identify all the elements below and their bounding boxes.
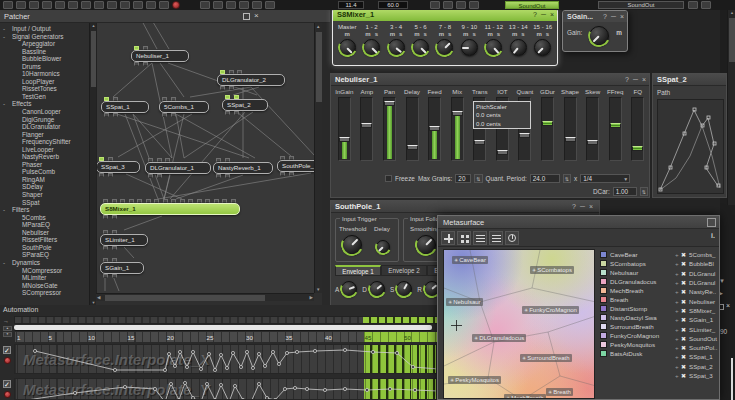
tree-category[interactable]: -Filters: [0, 206, 89, 214]
mute-button[interactable]: m: [488, 31, 493, 37]
gain-knob[interactable]: [589, 26, 609, 46]
tree-item[interactable]: FrequencyShifter: [0, 138, 89, 146]
toolbar-icon[interactable]: [3, 1, 13, 9]
snapshot-row[interactable]: +✖SSpat_2: [675, 362, 719, 371]
outlet-port[interactable]: [103, 215, 108, 219]
minimize-icon[interactable]: ─: [633, 76, 638, 83]
close-icon[interactable]: ×: [620, 13, 624, 20]
tree-scrollbar[interactable]: ▲ ▼: [89, 23, 96, 305]
toolbar-icon[interactable]: [226, 1, 236, 9]
patch-node[interactable]: SGain_1: [100, 262, 144, 274]
inlet-port[interactable]: [112, 258, 117, 262]
inlet-port[interactable]: [108, 157, 113, 161]
minimize-icon[interactable]: ─: [580, 203, 585, 210]
patch-node[interactable]: Nebuliser_1: [131, 50, 189, 62]
collapse-icon[interactable]: -: [3, 100, 5, 108]
scroll-up-icon[interactable]: ▲: [728, 10, 735, 15]
solo-button[interactable]: s: [472, 31, 475, 37]
inlet-port[interactable]: [103, 230, 108, 234]
outlet-port[interactable]: [103, 274, 108, 278]
inlet-port[interactable]: [214, 199, 219, 203]
scroll-up-icon[interactable]: ▲: [316, 24, 320, 29]
tree-item[interactable]: Shaper: [0, 191, 89, 199]
tree-item[interactable]: Nebuliser: [0, 229, 89, 237]
outlet-port[interactable]: [216, 174, 221, 178]
tree-item[interactable]: 5Combs: [0, 214, 89, 222]
nebuliser-panel-header[interactable]: Nebuliser_1 ?─×: [331, 74, 649, 86]
channel-gain-knob[interactable]: [485, 39, 502, 56]
outlet-port[interactable]: [112, 246, 117, 250]
toolbar-icon[interactable]: [133, 1, 143, 9]
legend-row[interactable]: CaveBear: [600, 250, 671, 259]
legend-row[interactable]: FunkyCroMagnon: [600, 331, 671, 340]
slider-handle[interactable]: [407, 145, 418, 150]
tree-item[interactable]: Bassline: [0, 48, 89, 56]
channel-gain-knob[interactable]: [534, 39, 551, 56]
toolbar-icon[interactable]: [68, 1, 78, 9]
snapshot-row[interactable]: +✖SLimiter_: [675, 324, 719, 333]
preset-map-label[interactable]: ✳Breath: [546, 388, 573, 396]
inlet-port[interactable]: [104, 97, 109, 101]
dcar-spinner[interactable]: ⇅: [640, 187, 648, 196]
quant-unit-dropdown[interactable]: 1/4▼: [580, 174, 630, 183]
patch-node[interactable]: SouthPole_1: [277, 160, 314, 172]
tree-item[interactable]: NastyReverb: [0, 153, 89, 161]
threshold-knob[interactable]: [342, 235, 362, 255]
delete-icon[interactable]: ✖: [681, 288, 689, 295]
lane-enable-checkbox[interactable]: ✓: [3, 380, 11, 388]
patch-node[interactable]: S8Mixer_1: [100, 203, 240, 215]
smoothing-knob[interactable]: [416, 235, 436, 255]
max-grains-spinner[interactable]: ⇅: [474, 174, 482, 183]
inlet-port[interactable]: [197, 199, 202, 203]
bar-strip[interactable]: [14, 316, 437, 324]
outlet-port[interactable]: [157, 174, 162, 178]
window-controls[interactable]: ?─×: [621, 74, 646, 86]
preset-map-label[interactable]: ✳CaveBear: [452, 256, 488, 264]
toolbar-icon[interactable]: [159, 1, 169, 9]
help-icon[interactable]: ?: [603, 13, 607, 20]
toolbar-icon[interactable]: [456, 1, 466, 9]
toolbar-icon[interactable]: [239, 1, 249, 9]
param-slider[interactable]: [609, 97, 622, 161]
tree-category[interactable]: -Input / Output: [0, 25, 89, 33]
collapse-icon[interactable]: -: [3, 206, 5, 214]
lane-enable-checkbox[interactable]: ✓: [3, 346, 11, 354]
metasurface-plus-icon[interactable]: [441, 231, 455, 245]
mixer-titlebar[interactable]: S8Mixer_1 ?─×: [333, 9, 557, 21]
inlet-port[interactable]: [113, 97, 118, 101]
tree-item[interactable]: 10Harmonics: [0, 70, 89, 78]
sspat2-panel-header[interactable]: SSpat_2: [653, 74, 726, 86]
param-slider[interactable]: [428, 97, 441, 161]
dock-scrollbar[interactable]: ▲: [727, 10, 735, 205]
toolbar-icon[interactable]: [16, 1, 26, 9]
mute-button[interactable]: m: [345, 31, 350, 37]
tab-envelope-1[interactable]: Envelope 1: [335, 265, 381, 276]
delete-icon[interactable]: ✖: [681, 251, 689, 258]
minimize-icon[interactable]: ─: [611, 13, 616, 20]
solo-button[interactable]: s: [448, 31, 451, 37]
outlet-port[interactable]: [280, 172, 285, 176]
snapshot-row[interactable]: +✖Nebuliser: [675, 296, 719, 305]
mute-button[interactable]: m: [536, 31, 541, 37]
collapse-icon[interactable]: -: [3, 259, 5, 267]
toolbar-icon[interactable]: [120, 1, 130, 9]
delete-icon[interactable]: ✖: [681, 335, 689, 342]
tab-envelope-2[interactable]: Envelope 2: [381, 265, 427, 276]
toolbar-icon[interactable]: [146, 1, 156, 9]
legend-row[interactable]: MechBreath: [600, 286, 671, 295]
legend-row[interactable]: Nebulsaur: [600, 268, 671, 277]
param-slider[interactable]: [451, 97, 464, 161]
mixer-window[interactable]: S8Mixer_1 ?─× Masterm1 - 2ms3 - 4ms5 - 6…: [332, 8, 558, 66]
toolbar-icon[interactable]: [469, 1, 479, 9]
outlet-port[interactable]: [112, 274, 117, 278]
snapshot-row[interactable]: +✖5Combs_: [675, 250, 719, 259]
snapshot-row[interactable]: +✖DLGranul: [675, 269, 719, 278]
delete-icon[interactable]: ✖: [681, 279, 689, 286]
timeline-scrollbar[interactable]: [14, 325, 432, 330]
tree-item[interactable]: CanonLooper: [0, 108, 89, 116]
inlet-port[interactable]: [171, 97, 176, 101]
slider-handle[interactable]: [361, 123, 372, 128]
mute-button[interactable]: m: [439, 31, 444, 37]
snapshot-row[interactable]: +✖S8Mixer_: [675, 306, 719, 315]
outlet-port[interactable]: [234, 111, 239, 115]
